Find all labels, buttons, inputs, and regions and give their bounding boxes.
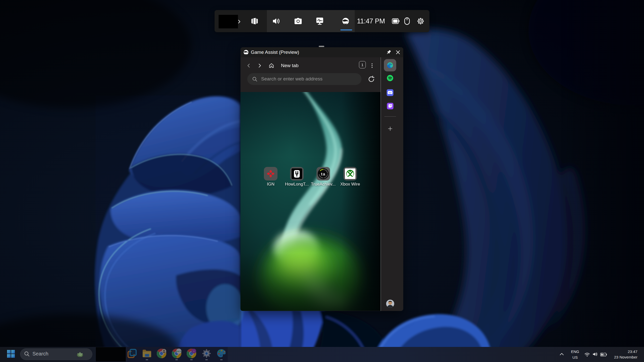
svg-text:t: t xyxy=(321,172,323,176)
svg-text:a: a xyxy=(323,172,325,176)
